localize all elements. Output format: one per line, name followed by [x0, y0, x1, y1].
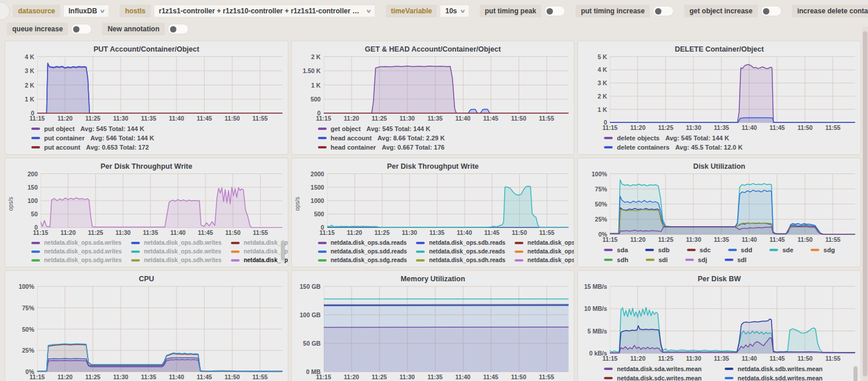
legend-item[interactable]: netdata.disk_ops.sdb.writes: [131, 240, 227, 246]
chart-delete[interactable]: [610, 56, 855, 123]
legend-item[interactable]: netdata.disk_ops.sdg.reads: [318, 257, 413, 263]
legend-item[interactable]: netdata.disk_ops.sde.writes: [131, 248, 227, 255]
legend-item[interactable]: head containerAvg: 0.667 Total: 176: [318, 144, 444, 151]
legend-item[interactable]: sdj: [685, 256, 713, 263]
legend-item[interactable]: netdata.disk_ops.sda.reads: [318, 240, 413, 246]
toggle-switch[interactable]: [761, 6, 782, 16]
datasource-dropdown[interactable]: InfluxDB v: [63, 5, 109, 17]
legend-item[interactable]: put containerAvg: 546 Total: 144 K: [31, 135, 154, 141]
page-scrollbar[interactable]: [862, 27, 868, 381]
toggle-label: queue increase: [7, 23, 68, 35]
legend-item[interactable]: sdb: [645, 246, 675, 253]
legend-item[interactable]: netdata.disk_ops.sdd.writes: [31, 248, 128, 255]
panel-title-get[interactable]: GET & HEAD Account/Container/Object: [297, 43, 569, 56]
legend-item[interactable]: netdata.disk_ops.sdi.reads: [515, 257, 574, 263]
legend-item[interactable]: netdata.disk.sda.writes.mean: [604, 365, 707, 372]
legend-item[interactable]: netdata.disk_ops.sdh.reads: [416, 257, 511, 263]
panel-title-disk-util[interactable]: Disk Utilization: [583, 161, 855, 173]
time-dropdown[interactable]: 10s v: [440, 5, 469, 17]
axis-tick-label: 1 K: [311, 82, 320, 89]
x-axis: 11:1511:2011:2511:3011:3511:4011:4511:50…: [327, 228, 569, 237]
legend-item[interactable]: netdata.disk_ops.sdf.writes: [231, 248, 288, 255]
legend-scrollbar-thumb[interactable]: [853, 367, 858, 381]
chart-disk-write[interactable]: [41, 173, 283, 228]
legend-scrollbar[interactable]: [281, 240, 285, 263]
legend-item[interactable]: netdata.disk_ops.sde.reads: [416, 248, 511, 255]
legend-item[interactable]: sdh: [604, 256, 634, 263]
axis-tick-label: 100%: [19, 283, 34, 290]
legend-item[interactable]: netdata.disk_ops.sdc.reads: [515, 240, 574, 246]
chart-disk-read[interactable]: [327, 173, 569, 228]
axis-tick-label: 50 GB: [303, 340, 320, 347]
x-axis: 11:1511:2011:2511:3011:3511:4011:4511:50…: [324, 114, 569, 123]
toggle-switch[interactable]: [168, 24, 189, 34]
legend-item[interactable]: sdi: [646, 256, 674, 263]
legend-item[interactable]: netdata.disk.sdc.writes.mean: [604, 375, 707, 381]
axis-tick-label: 11:35: [714, 124, 729, 131]
legend-series-swatch: [515, 251, 523, 253]
chart-disk-bw[interactable]: [610, 286, 855, 354]
legend-item[interactable]: netdata.disk_ops.sdh.writes: [131, 257, 227, 263]
axis-tick-label: 11:25: [658, 355, 673, 362]
legend-series-swatch: [646, 259, 654, 261]
legend-item[interactable]: netdata.disk_ops.sdc.writes: [231, 240, 288, 246]
panel-title-disk-bw[interactable]: Per Disk BW: [583, 273, 855, 286]
chart-put[interactable]: [37, 56, 283, 114]
legend-item[interactable]: head accountAvg: 8.66 Total: 2.29 K: [318, 135, 445, 141]
chart-get[interactable]: [324, 56, 569, 114]
legend-item[interactable]: sdg: [811, 246, 841, 253]
x-axis: 11:1511:2011:2511:3011:3511:4011:4511:50…: [610, 123, 855, 132]
chart-cpu[interactable]: [37, 286, 283, 372]
chart-memory[interactable]: [324, 286, 569, 372]
legend-series-swatch: [31, 137, 40, 139]
datasource-value: InfluxDB: [68, 7, 97, 15]
axis-tick-label: 11:20: [347, 229, 362, 236]
axis-tick-label: 11:25: [85, 115, 100, 122]
legend-item[interactable]: delete containersAvg: 45.5 Total: 12.0 K: [604, 144, 743, 151]
toggle-switch[interactable]: [71, 24, 92, 34]
legend-item[interactable]: netdata.disk_ops.sda.writes: [31, 240, 128, 246]
page-scrollbar-thumb[interactable]: [863, 31, 867, 376]
toggle-knob: [73, 26, 79, 32]
legend-item[interactable]: netdata.disk_ops.sdb.reads: [416, 240, 511, 246]
legend-series-swatch: [318, 146, 327, 148]
toggle-switch[interactable]: [653, 6, 674, 16]
legend-series-stats: Avg: 546 Total: 144 K: [91, 135, 154, 141]
legend-item[interactable]: sde: [769, 246, 799, 253]
panel-title-memory[interactable]: Memory Utilization: [297, 273, 569, 286]
legend-item[interactable]: netdata.disk_ops.sdi.writes: [231, 257, 288, 263]
legend-series-swatch: [515, 259, 523, 262]
axis-tick-label: 1 K: [25, 96, 34, 103]
hosts-dropdown[interactable]: r1z1s1-controller + r1z1s10-controller +…: [154, 5, 375, 17]
legend-scrollbar[interactable]: [853, 365, 858, 381]
legend-series-swatch: [604, 259, 613, 261]
panel-disk-read: Per Disk Throughput Writeops/s0500100015…: [291, 158, 575, 267]
legend-series-name: sdg: [823, 246, 835, 253]
legend-scrollbar-thumb[interactable]: [281, 241, 285, 260]
panel-title-disk-write[interactable]: Per Disk Throughput Write: [10, 161, 283, 173]
legend-series-swatch: [31, 146, 40, 148]
axis-tick-label: 25%: [22, 347, 34, 354]
panel-title-disk-read[interactable]: Per Disk Throughput Write: [297, 161, 569, 173]
panel-title-put[interactable]: PUT Account/Container/Object: [10, 43, 283, 56]
legend-item[interactable]: netdata.disk_ops.sdf.reads: [515, 248, 574, 255]
legend-item[interactable]: put accountAvg: 0.653 Total: 172: [31, 144, 149, 151]
legend-item[interactable]: netdata.disk_ops.sdg.writes: [31, 257, 128, 263]
chart-disk-util[interactable]: [610, 173, 855, 235]
toggle-switch[interactable]: [544, 6, 565, 16]
legend-series-name: put account: [44, 144, 80, 151]
legend-item[interactable]: sdd: [728, 246, 758, 253]
legend-item[interactable]: netdata.disk.sdb.writes.mean: [725, 365, 828, 372]
legend-item[interactable]: sdc: [687, 246, 717, 253]
legend-item[interactable]: get objectAvg: 545 Total: 144 K: [318, 125, 431, 132]
panel-title-cpu[interactable]: CPU: [10, 273, 283, 286]
legend-item[interactable]: delete objectsAvg: 545 Total: 144 K: [604, 135, 729, 141]
axis-tick-label: 11:45: [769, 236, 784, 243]
axis-tick-label: 11:25: [88, 229, 103, 236]
legend-item[interactable]: sdl: [725, 256, 753, 263]
legend-item[interactable]: put objectAvg: 545 Total: 144 K: [31, 125, 144, 132]
legend-item[interactable]: netdata.disk.sdd.writes.mean: [725, 375, 828, 381]
legend-item[interactable]: sda: [604, 246, 634, 253]
legend-item[interactable]: netdata.disk_ops.sdd.reads: [318, 248, 413, 255]
panel-title-delete[interactable]: DELETE Container/Object: [583, 43, 855, 56]
